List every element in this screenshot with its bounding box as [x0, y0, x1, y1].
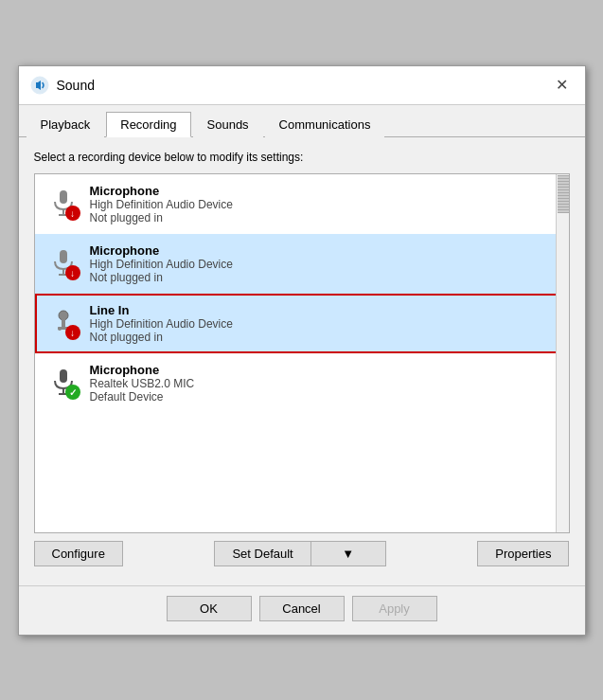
- dialog-footer: OK Cancel Apply: [19, 585, 585, 635]
- svg-rect-4: [60, 250, 67, 263]
- device-icon-4: ✓: [46, 366, 80, 400]
- device-icon-3: ↓: [46, 306, 80, 340]
- properties-button[interactable]: Properties: [477, 541, 569, 566]
- tab-sounds[interactable]: Sounds: [193, 112, 263, 137]
- device-status-4: Default Device: [90, 390, 558, 404]
- ok-button[interactable]: OK: [167, 596, 252, 621]
- set-default-dropdown[interactable]: ▼: [310, 541, 386, 566]
- device-info-4: Microphone Realtek USB2.0 MIC Default De…: [90, 363, 558, 404]
- device-name-3: Line In: [90, 303, 558, 317]
- scrollbar[interactable]: [556, 174, 569, 532]
- status-badge-3: ↓: [65, 325, 80, 340]
- sound-dialog: Sound ✕ Playback Recording Sounds Commun…: [18, 65, 586, 636]
- svg-rect-12: [60, 369, 67, 383]
- device-detail-2: High Definition Audio Device: [90, 258, 558, 271]
- status-badge-2: ↓: [65, 265, 80, 280]
- device-item[interactable]: ✓ Microphone Realtek USB2.0 MIC Default …: [35, 353, 569, 413]
- svg-point-7: [59, 311, 68, 320]
- set-default-button[interactable]: Set Default: [214, 541, 310, 566]
- window-title: Sound: [57, 78, 95, 93]
- apply-button[interactable]: Apply: [352, 596, 437, 621]
- device-status-3: Not plugged in: [90, 331, 558, 344]
- tab-recording[interactable]: Recording: [106, 112, 190, 137]
- device-name-4: Microphone: [90, 363, 558, 377]
- device-detail-4: Realtek USB2.0 MIC: [90, 377, 558, 390]
- device-item[interactable]: ↓ Microphone High Definition Audio Devic…: [35, 174, 569, 234]
- device-info-3: Line In High Definition Audio Device Not…: [90, 303, 558, 344]
- svg-rect-8: [62, 319, 65, 327]
- device-status-2: Not plugged in: [90, 271, 558, 284]
- title-bar-left: Sound: [30, 76, 95, 95]
- device-item-line-in[interactable]: ↓ Line In High Definition Audio Device N…: [35, 294, 569, 353]
- description-text: Select a recording device below to modif…: [34, 151, 570, 164]
- set-default-group: Set Default ▼: [214, 541, 385, 566]
- device-info-1: Microphone High Definition Audio Device …: [90, 184, 558, 224]
- sound-icon: [30, 76, 49, 95]
- close-button[interactable]: ✕: [551, 74, 574, 97]
- svg-rect-1: [60, 190, 67, 204]
- device-info-2: Microphone High Definition Audio Device …: [90, 243, 558, 284]
- device-name-2: Microphone: [90, 243, 558, 258]
- configure-button[interactable]: Configure: [34, 541, 123, 566]
- cancel-button[interactable]: Cancel: [259, 596, 345, 621]
- status-badge-4: ✓: [65, 385, 80, 400]
- tab-content: Select a recording device below to modif…: [19, 137, 585, 585]
- title-bar: Sound ✕: [19, 66, 585, 105]
- device-status-1: Not plugged in: [90, 211, 558, 224]
- tabs-bar: Playback Recording Sounds Communications: [19, 105, 585, 137]
- device-detail-3: High Definition Audio Device: [90, 317, 558, 331]
- device-item[interactable]: ↓ Microphone High Definition Audio Devic…: [35, 234, 569, 294]
- bottom-button-row: Configure Set Default ▼ Properties: [34, 533, 570, 572]
- device-detail-1: High Definition Audio Device: [90, 198, 558, 211]
- device-icon-2: ↓: [46, 246, 80, 280]
- device-icon-1: ↓: [46, 187, 80, 221]
- tab-playback[interactable]: Playback: [27, 112, 105, 137]
- tab-communications[interactable]: Communications: [265, 112, 385, 137]
- status-badge-1: ↓: [65, 206, 80, 221]
- device-list[interactable]: ↓ Microphone High Definition Audio Devic…: [34, 173, 570, 533]
- device-name-1: Microphone: [90, 184, 558, 198]
- scrollbar-thumb[interactable]: [558, 175, 569, 213]
